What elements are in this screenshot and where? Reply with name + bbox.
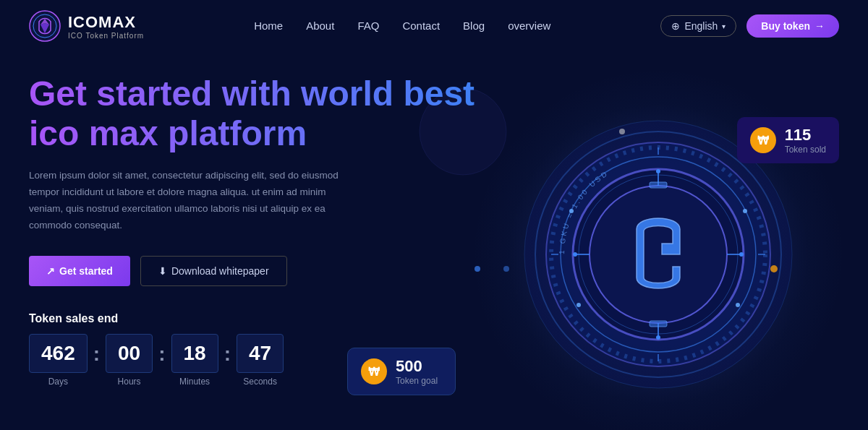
nav-item-about[interactable]: About — [306, 20, 334, 33]
token-sold-badge: ₩ 115 Token sold — [737, 117, 839, 163]
svg-point-17 — [573, 252, 577, 257]
arrow-icon: → — [814, 20, 825, 32]
get-started-label: Get started — [59, 265, 113, 277]
token-sold-label: Token sold — [785, 145, 826, 155]
buy-token-label: Buy token — [761, 20, 810, 32]
hero-section: Get started with world best ico max plat… — [0, 52, 868, 430]
seconds-block: 47 Seconds — [237, 334, 284, 387]
hero-buttons: ↗ Get started ⬇ Download whitepaper — [29, 256, 492, 286]
colon-3: : — [224, 343, 231, 366]
svg-point-23 — [736, 303, 740, 307]
logo-title: ICOMAX — [68, 13, 144, 32]
token-sold-number: 115 — [785, 126, 826, 145]
token-goal-icon: ₩ — [361, 358, 387, 384]
days-block: 462 Days — [29, 334, 88, 387]
days-value: 462 — [29, 334, 88, 373]
logo-subtitle: ICO Token Platform — [68, 32, 144, 40]
svg-point-24 — [569, 209, 574, 213]
arrow-up-icon: ↗ — [46, 265, 55, 277]
svg-rect-20 — [650, 321, 667, 327]
svg-point-25 — [576, 303, 581, 307]
svg-point-18 — [739, 252, 744, 257]
token-goal-label: Token goal — [396, 376, 438, 386]
language-button[interactable]: ⊕ English ▾ — [660, 15, 736, 37]
download-label: Download whitepaper — [171, 265, 269, 277]
nav-item-faq[interactable]: FAQ — [357, 20, 379, 33]
colon-1: : — [93, 343, 100, 366]
countdown-label: Token sales end — [29, 312, 492, 325]
nav-item-contact[interactable]: Contact — [402, 20, 440, 33]
svg-point-16 — [656, 335, 660, 340]
logo-text: ICOMAX ICO Token Platform — [68, 13, 144, 40]
hero-heading: Get started with world best ico max plat… — [29, 74, 492, 153]
hours-block: 00 Hours — [106, 334, 153, 387]
nav-right: ⊕ English ▾ Buy token → — [660, 14, 839, 38]
svg-point-15 — [656, 169, 660, 173]
download-whitepaper-button[interactable]: ⬇ Download whitepaper — [140, 256, 287, 286]
minutes-label: Minutes — [179, 377, 210, 387]
logo-icon — [29, 10, 61, 42]
token-goal-number: 500 — [396, 357, 438, 376]
nav-item-home[interactable]: Home — [254, 20, 283, 33]
token-goal-badge: ₩ 500 Token goal — [347, 348, 456, 395]
navbar: ICOMAX ICO Token Platform Home About FAQ… — [0, 0, 868, 52]
seconds-value: 47 — [237, 334, 284, 373]
nav-item-blog[interactable]: Blog — [463, 20, 485, 33]
chevron-down-icon: ▾ — [722, 22, 726, 30]
hero-visual-right: 1 GKU = 1.00 USD — [492, 52, 839, 430]
token-sold-info: 115 Token sold — [785, 126, 826, 155]
token-sold-icon: ₩ — [750, 127, 776, 153]
logo: ICOMAX ICO Token Platform — [29, 10, 144, 42]
get-started-button[interactable]: ↗ Get started — [29, 256, 130, 286]
minutes-block: 18 Minutes — [171, 334, 218, 387]
hours-value: 00 — [106, 334, 153, 373]
nav-links: Home About FAQ Contact Blog overview — [254, 20, 550, 33]
coin-container: 1 GKU = 1.00 USD — [434, 52, 868, 430]
globe-icon: ⊕ — [671, 20, 680, 32]
hours-label: Hours — [118, 377, 141, 387]
hero-description: Lorem ipsum dolor sit amet, consectetur … — [29, 168, 347, 234]
svg-point-22 — [743, 209, 747, 213]
svg-rect-19 — [650, 182, 667, 188]
seconds-label: Seconds — [243, 377, 277, 387]
minutes-value: 18 — [171, 334, 218, 373]
svg-point-14 — [590, 186, 727, 323]
language-label: English — [684, 20, 718, 32]
days-label: Days — [48, 377, 68, 387]
buy-token-button[interactable]: Buy token → — [746, 14, 839, 38]
nav-item-overview[interactable]: overview — [508, 20, 550, 33]
token-goal-info: 500 Token goal — [396, 357, 438, 386]
download-icon: ⬇ — [158, 265, 167, 277]
colon-2: : — [158, 343, 165, 366]
